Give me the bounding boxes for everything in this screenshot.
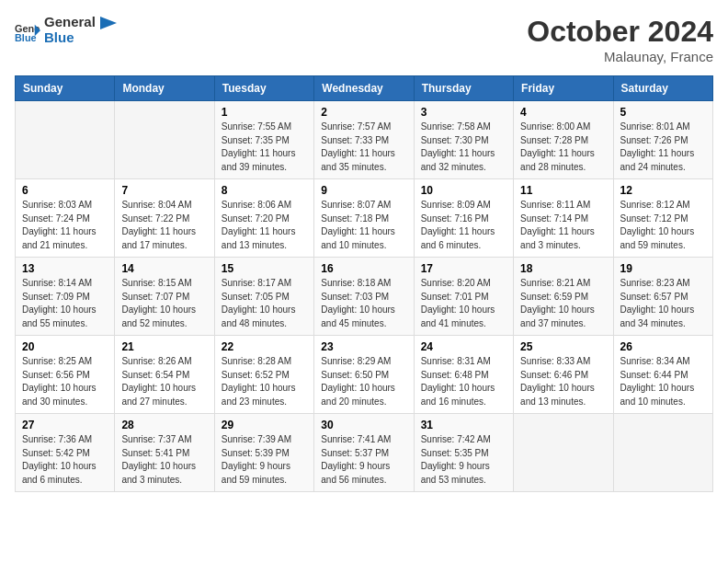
day-number: 28	[121, 419, 207, 431]
day-number: 16	[321, 262, 406, 275]
calendar-cell: 14Sunrise: 8:15 AMSunset: 7:07 PMDayligh…	[115, 258, 214, 336]
weekday-header-tuesday: Tuesday	[214, 76, 313, 101]
day-info: Sunrise: 8:06 AMSunset: 7:20 PMDaylight:…	[222, 199, 307, 252]
day-info: Sunrise: 8:33 AMSunset: 6:46 PMDaylight:…	[520, 355, 606, 408]
calendar-cell: 26Sunrise: 8:34 AMSunset: 6:44 PMDayligh…	[613, 336, 712, 414]
calendar-cell: 16Sunrise: 8:18 AMSunset: 7:03 PMDayligh…	[314, 258, 414, 336]
day-info: Sunrise: 7:41 AMSunset: 5:37 PMDaylight:…	[321, 433, 406, 487]
day-info: Sunrise: 8:11 AMSunset: 7:14 PMDaylight:…	[520, 199, 606, 252]
calendar-cell: 30Sunrise: 7:41 AMSunset: 5:37 PMDayligh…	[314, 414, 414, 492]
logo-text: General	[44, 15, 118, 30]
calendar-cell: 3Sunrise: 7:58 AMSunset: 7:30 PMDaylight…	[414, 101, 513, 179]
calendar-cell: 20Sunrise: 8:25 AMSunset: 6:56 PMDayligh…	[16, 336, 115, 414]
title-block: October 2024 Malaunay, France	[527, 15, 713, 64]
calendar-cell: 19Sunrise: 8:23 AMSunset: 6:57 PMDayligh…	[613, 258, 712, 336]
weekday-header-thursday: Thursday	[414, 76, 513, 101]
day-number: 11	[520, 184, 606, 197]
calendar-table: SundayMondayTuesdayWednesdayThursdayFrid…	[15, 75, 713, 492]
day-number: 26	[620, 340, 706, 353]
day-info: Sunrise: 8:34 AMSunset: 6:44 PMDaylight:…	[620, 355, 706, 408]
day-info: Sunrise: 8:03 AMSunset: 7:24 PMDaylight:…	[22, 199, 108, 252]
calendar-cell: 31Sunrise: 7:42 AMSunset: 5:35 PMDayligh…	[414, 414, 513, 492]
calendar-cell: 24Sunrise: 8:31 AMSunset: 6:48 PMDayligh…	[414, 336, 513, 414]
day-info: Sunrise: 8:20 AMSunset: 7:01 PMDaylight:…	[421, 277, 506, 330]
weekday-header-row: SundayMondayTuesdayWednesdayThursdayFrid…	[16, 76, 713, 101]
day-number: 29	[222, 419, 307, 431]
day-number: 25	[520, 340, 606, 353]
week-row-3: 13Sunrise: 8:14 AMSunset: 7:09 PMDayligh…	[16, 258, 713, 336]
day-number: 19	[620, 262, 706, 275]
day-number: 18	[520, 262, 606, 275]
day-number: 22	[222, 340, 307, 353]
day-number: 8	[222, 184, 307, 197]
day-info: Sunrise: 8:21 AMSunset: 6:59 PMDaylight:…	[520, 277, 606, 330]
calendar-cell: 8Sunrise: 8:06 AMSunset: 7:20 PMDaylight…	[214, 179, 313, 258]
calendar-cell: 15Sunrise: 8:17 AMSunset: 7:05 PMDayligh…	[214, 258, 313, 336]
day-info: Sunrise: 8:12 AMSunset: 7:12 PMDaylight:…	[620, 199, 706, 252]
day-number: 20	[22, 340, 108, 353]
svg-marker-3	[100, 17, 117, 29]
day-number: 27	[22, 419, 108, 431]
day-info: Sunrise: 8:15 AMSunset: 7:07 PMDaylight:…	[121, 277, 207, 330]
day-number: 1	[222, 106, 307, 119]
day-info: Sunrise: 7:55 AMSunset: 7:35 PMDaylight:…	[222, 121, 307, 174]
calendar-cell: 6Sunrise: 8:03 AMSunset: 7:24 PMDaylight…	[16, 179, 115, 258]
day-info: Sunrise: 8:04 AMSunset: 7:22 PMDaylight:…	[121, 199, 207, 252]
calendar-cell: 13Sunrise: 8:14 AMSunset: 7:09 PMDayligh…	[16, 258, 115, 336]
calendar-cell: 1Sunrise: 7:55 AMSunset: 7:35 PMDaylight…	[214, 101, 313, 179]
day-number: 15	[222, 262, 307, 275]
logo-icon: General Blue	[15, 17, 40, 43]
svg-text:Blue: Blue	[15, 32, 37, 43]
day-number: 23	[321, 340, 406, 353]
day-info: Sunrise: 8:29 AMSunset: 6:50 PMDaylight:…	[321, 355, 406, 408]
calendar-cell: 5Sunrise: 8:01 AMSunset: 7:26 PMDaylight…	[613, 101, 712, 179]
weekday-header-monday: Monday	[115, 76, 214, 101]
calendar-cell: 27Sunrise: 7:36 AMSunset: 5:42 PMDayligh…	[16, 414, 115, 492]
calendar-cell: 21Sunrise: 8:26 AMSunset: 6:54 PMDayligh…	[115, 336, 214, 414]
week-row-5: 27Sunrise: 7:36 AMSunset: 5:42 PMDayligh…	[16, 414, 713, 492]
calendar-cell: 29Sunrise: 7:39 AMSunset: 5:39 PMDayligh…	[214, 414, 313, 492]
calendar-cell	[613, 414, 712, 492]
day-info: Sunrise: 8:23 AMSunset: 6:57 PMDaylight:…	[620, 277, 706, 330]
day-number: 14	[121, 262, 207, 275]
calendar-cell: 17Sunrise: 8:20 AMSunset: 7:01 PMDayligh…	[414, 258, 513, 336]
calendar-cell: 28Sunrise: 7:37 AMSunset: 5:41 PMDayligh…	[115, 414, 214, 492]
logo: General Blue General Blue	[15, 15, 118, 45]
day-number: 17	[421, 262, 506, 275]
week-row-4: 20Sunrise: 8:25 AMSunset: 6:56 PMDayligh…	[16, 336, 713, 414]
day-info: Sunrise: 8:00 AMSunset: 7:28 PMDaylight:…	[520, 121, 606, 174]
calendar-cell: 18Sunrise: 8:21 AMSunset: 6:59 PMDayligh…	[514, 258, 613, 336]
day-info: Sunrise: 8:09 AMSunset: 7:16 PMDaylight:…	[421, 199, 506, 252]
calendar-cell: 4Sunrise: 8:00 AMSunset: 7:28 PMDaylight…	[514, 101, 613, 179]
day-number: 2	[321, 106, 406, 119]
day-info: Sunrise: 7:58 AMSunset: 7:30 PMDaylight:…	[421, 121, 506, 174]
day-info: Sunrise: 7:37 AMSunset: 5:41 PMDaylight:…	[121, 433, 207, 487]
calendar-cell: 23Sunrise: 8:29 AMSunset: 6:50 PMDayligh…	[314, 336, 414, 414]
day-info: Sunrise: 8:17 AMSunset: 7:05 PMDaylight:…	[222, 277, 307, 330]
day-number: 5	[620, 106, 706, 119]
day-number: 9	[321, 184, 406, 197]
calendar-cell: 7Sunrise: 8:04 AMSunset: 7:22 PMDaylight…	[115, 179, 214, 258]
day-info: Sunrise: 8:18 AMSunset: 7:03 PMDaylight:…	[321, 277, 406, 330]
day-number: 12	[620, 184, 706, 197]
logo-arrow-icon	[100, 17, 117, 29]
day-info: Sunrise: 8:25 AMSunset: 6:56 PMDaylight:…	[22, 355, 108, 408]
calendar-cell: 9Sunrise: 8:07 AMSunset: 7:18 PMDaylight…	[314, 179, 414, 258]
day-info: Sunrise: 7:36 AMSunset: 5:42 PMDaylight:…	[22, 433, 108, 487]
day-number: 10	[421, 184, 506, 197]
day-number: 13	[22, 262, 108, 275]
month-title: October 2024	[527, 15, 713, 49]
week-row-2: 6Sunrise: 8:03 AMSunset: 7:24 PMDaylight…	[16, 179, 713, 258]
calendar-cell: 10Sunrise: 8:09 AMSunset: 7:16 PMDayligh…	[414, 179, 513, 258]
weekday-header-sunday: Sunday	[16, 76, 115, 101]
calendar-cell	[115, 101, 214, 179]
day-number: 3	[421, 106, 506, 119]
week-row-1: 1Sunrise: 7:55 AMSunset: 7:35 PMDaylight…	[16, 101, 713, 179]
day-info: Sunrise: 7:39 AMSunset: 5:39 PMDaylight:…	[222, 433, 307, 487]
location-label: Malaunay, France	[527, 49, 713, 64]
day-info: Sunrise: 8:31 AMSunset: 6:48 PMDaylight:…	[421, 355, 506, 408]
day-number: 31	[421, 419, 506, 431]
calendar-cell: 22Sunrise: 8:28 AMSunset: 6:52 PMDayligh…	[214, 336, 313, 414]
calendar-cell	[16, 101, 115, 179]
weekday-header-wednesday: Wednesday	[314, 76, 414, 101]
